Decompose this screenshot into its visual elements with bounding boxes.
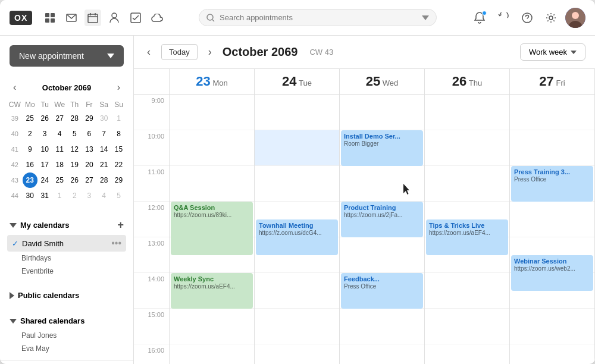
day-time-slot[interactable] xyxy=(425,273,509,309)
mini-cal-day[interactable]: 17 xyxy=(37,157,52,172)
calendar-eva-may[interactable]: Eva May xyxy=(7,342,126,355)
day-time-slot[interactable] xyxy=(255,344,339,364)
day-time-slot[interactable] xyxy=(340,237,424,273)
mini-cal-day[interactable]: 26 xyxy=(37,111,52,126)
help-icon[interactable] xyxy=(518,8,537,27)
day-time-slot[interactable] xyxy=(255,166,339,202)
day-time-slot[interactable] xyxy=(510,130,594,166)
day-time-slot[interactable] xyxy=(255,273,339,309)
mini-cal-day[interactable]: 10 xyxy=(37,142,52,157)
mini-cal-day[interactable]: 23 xyxy=(23,172,37,188)
ox-logo[interactable]: OX xyxy=(10,11,32,25)
mini-cal-day[interactable]: 29 xyxy=(111,172,126,188)
grid-icon[interactable] xyxy=(42,10,58,26)
mini-cal-day[interactable]: 12 xyxy=(67,142,82,157)
mini-cal-day[interactable]: 22 xyxy=(111,157,126,172)
notification-icon[interactable] xyxy=(470,8,489,27)
mini-cal-day[interactable]: 9 xyxy=(23,142,37,157)
mini-cal-day[interactable]: 27 xyxy=(52,111,67,126)
mini-cal-day[interactable]: 14 xyxy=(96,142,111,157)
shared-calendars-header[interactable]: Shared calendars xyxy=(7,313,126,329)
day-time-slot[interactable] xyxy=(170,166,254,202)
mini-cal-day[interactable]: 27 xyxy=(82,172,97,188)
check-icon[interactable] xyxy=(127,10,144,26)
day-time-slot[interactable] xyxy=(340,309,424,344)
day-time-slot[interactable] xyxy=(170,309,254,344)
avatar[interactable] xyxy=(565,8,585,28)
search-bar[interactable] xyxy=(199,9,437,26)
day-time-slot[interactable] xyxy=(425,309,509,344)
more-icon-david[interactable]: ••• xyxy=(111,238,121,249)
calendar-david-smith[interactable]: ✓ David Smith ••• xyxy=(7,235,126,252)
event-press-training[interactable]: Press Training 3...Press Office xyxy=(511,166,593,202)
mini-cal-next[interactable]: › xyxy=(114,81,124,94)
day-time-slot[interactable] xyxy=(340,344,424,364)
event-webinar-session[interactable]: Webinar Sessionhttps://zoom.us/web2... xyxy=(511,255,593,291)
mini-cal-day[interactable]: 25 xyxy=(52,172,67,188)
view-selector[interactable]: Work week xyxy=(520,43,585,61)
mini-cal-day[interactable]: 7 xyxy=(96,126,111,142)
mini-cal-day[interactable]: 18 xyxy=(52,157,67,172)
day-time-slot[interactable] xyxy=(255,95,339,130)
mini-cal-day[interactable]: 28 xyxy=(67,111,82,126)
mini-cal-day[interactable]: 5 xyxy=(111,188,126,203)
event-weekly-sync[interactable]: Weekly Synchttps://zoom.us/aEF4... xyxy=(171,273,253,309)
mini-cal-day[interactable]: 29 xyxy=(82,111,97,126)
person-icon[interactable] xyxy=(106,10,123,26)
mini-cal-day[interactable]: 1 xyxy=(52,188,67,203)
next-week-btn[interactable]: › xyxy=(205,43,215,61)
mini-cal-day[interactable]: 15 xyxy=(111,142,126,157)
new-appointment-button[interactable]: New appointment xyxy=(10,45,124,67)
day-time-slot[interactable] xyxy=(255,130,339,166)
calendar-eventbrite[interactable]: Eventbrite xyxy=(7,265,126,278)
day-time-slot[interactable] xyxy=(340,95,424,130)
add-calendar-btn[interactable]: + xyxy=(117,219,124,231)
day-time-slot[interactable] xyxy=(170,344,254,364)
mini-cal-day[interactable]: 20 xyxy=(82,157,97,172)
calendar-nav-icon[interactable] xyxy=(84,10,101,26)
my-calendars-header[interactable]: My calendars + xyxy=(7,215,126,235)
settings-icon[interactable] xyxy=(541,8,560,27)
day-time-slot[interactable] xyxy=(425,130,509,166)
day-time-slot[interactable] xyxy=(510,95,594,130)
mini-cal-day[interactable]: 5 xyxy=(67,126,82,142)
mini-cal-day[interactable]: 13 xyxy=(82,142,97,157)
mini-cal-day[interactable]: 26 xyxy=(67,172,82,188)
refresh-icon[interactable] xyxy=(494,8,513,27)
mini-cal-day[interactable]: 31 xyxy=(37,188,52,203)
mail-icon[interactable] xyxy=(63,10,80,26)
prev-week-btn[interactable]: ‹ xyxy=(143,43,154,61)
mini-cal-day[interactable]: 1 xyxy=(111,111,126,126)
mini-cal-day[interactable]: 16 xyxy=(23,157,37,172)
mini-cal-day[interactable]: 11 xyxy=(52,142,67,157)
mini-cal-day[interactable]: 30 xyxy=(96,111,111,126)
event-feedback[interactable]: Feedback...Press Office xyxy=(341,273,423,309)
day-time-slot[interactable] xyxy=(425,344,509,364)
mini-cal-day[interactable]: 24 xyxy=(37,172,52,188)
day-time-slot[interactable] xyxy=(510,344,594,364)
mini-cal-prev[interactable]: ‹ xyxy=(10,81,20,94)
mini-cal-day[interactable]: 19 xyxy=(67,157,82,172)
event-product-training[interactable]: Product Traininghttps://zoom.us/2jFa... xyxy=(341,202,423,237)
event-townhall-meeting[interactable]: Townhall Meetinghttps://z.oom.us/dcG4... xyxy=(256,219,338,255)
day-time-slot[interactable] xyxy=(510,309,594,344)
day-time-slot[interactable] xyxy=(340,166,424,202)
mini-cal-day[interactable]: 21 xyxy=(96,157,111,172)
mini-cal-day[interactable]: 28 xyxy=(96,172,111,188)
mini-cal-day[interactable]: 8 xyxy=(111,126,126,142)
day-time-slot[interactable] xyxy=(170,130,254,166)
event-qa-session[interactable]: Q&A Sessionhttps://zoom.us/89ki... xyxy=(171,202,253,255)
calendar-birthdays[interactable]: Birthdays xyxy=(7,252,126,265)
today-btn[interactable]: Today xyxy=(161,44,198,60)
mini-cal-day[interactable]: 2 xyxy=(67,188,82,203)
event-tips-tricks[interactable]: Tips & Tricks Livehttps://zoom.us/aEF4..… xyxy=(426,219,508,255)
day-time-slot[interactable] xyxy=(170,95,254,130)
mini-cal-day[interactable]: 6 xyxy=(82,126,97,142)
mini-cal-day[interactable]: 25 xyxy=(23,111,37,126)
mini-cal-day[interactable]: 3 xyxy=(37,126,52,142)
mini-cal-day[interactable]: 30 xyxy=(23,188,37,203)
mini-cal-day[interactable]: 3 xyxy=(82,188,97,203)
day-time-slot[interactable] xyxy=(425,166,509,202)
day-time-slot[interactable] xyxy=(255,309,339,344)
cloud-icon[interactable] xyxy=(149,10,165,26)
